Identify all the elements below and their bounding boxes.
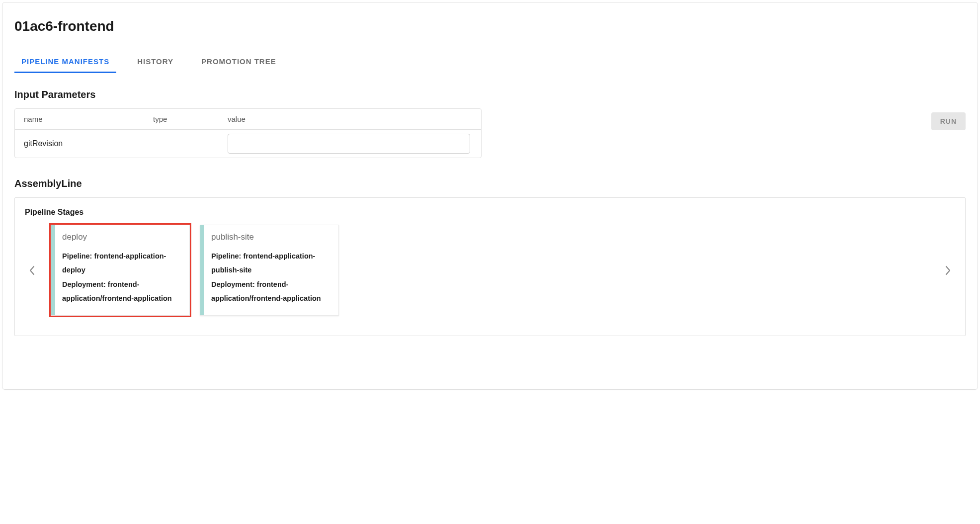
chevron-right-icon xyxy=(944,265,951,276)
stages-row: deploy Pipeline: frontend-application-de… xyxy=(25,225,955,316)
pipeline-stages-label: Pipeline Stages xyxy=(25,208,955,217)
stages-prev-button[interactable] xyxy=(25,261,40,280)
col-name: name xyxy=(15,109,144,129)
stage-deployment: Deployment: frontend-application/fronten… xyxy=(62,277,181,306)
table-row: gitRevision xyxy=(15,130,481,158)
input-parameters-row: name type value gitRevision RUN xyxy=(14,108,966,158)
stages-next-button[interactable] xyxy=(940,261,955,280)
table-header: name type value xyxy=(15,109,481,130)
param-name: gitRevision xyxy=(15,135,144,152)
col-value: value xyxy=(219,109,481,129)
chevron-left-icon xyxy=(29,265,36,276)
param-type xyxy=(144,140,219,148)
input-parameters-table: name type value gitRevision xyxy=(14,108,482,158)
assemblyline-card: Pipeline Stages deploy Pipeline: fronten… xyxy=(14,197,966,336)
tab-pipeline-manifests[interactable]: PIPELINE MANIFESTS xyxy=(14,52,116,73)
tab-promotion-tree[interactable]: PROMOTION TREE xyxy=(194,52,283,73)
stage-pipeline: Pipeline: frontend-application-deploy xyxy=(62,249,181,277)
input-parameters-heading: Input Parameters xyxy=(14,89,966,100)
stage-deployment: Deployment: frontend-application/fronten… xyxy=(211,277,330,306)
stage-title: deploy xyxy=(62,232,181,242)
tab-bar: PIPELINE MANIFESTS HISTORY PROMOTION TRE… xyxy=(14,52,966,73)
tab-history[interactable]: HISTORY xyxy=(130,52,180,73)
stage-card-deploy[interactable]: deploy Pipeline: frontend-application-de… xyxy=(51,225,190,316)
stages-list: deploy Pipeline: frontend-application-de… xyxy=(51,225,929,316)
stage-pipeline: Pipeline: frontend-application-publish-s… xyxy=(211,249,330,277)
stage-title: publish-site xyxy=(211,232,330,242)
page-title: 01ac6-frontend xyxy=(14,18,966,34)
param-value-cell xyxy=(219,130,481,158)
col-type: type xyxy=(144,109,219,129)
git-revision-input[interactable] xyxy=(228,134,470,154)
stage-card-publish-site[interactable]: publish-site Pipeline: frontend-applicat… xyxy=(200,225,339,316)
assemblyline-heading: AssemblyLine xyxy=(14,178,966,189)
run-button[interactable]: RUN xyxy=(931,112,966,130)
pipeline-page: 01ac6-frontend PIPELINE MANIFESTS HISTOR… xyxy=(2,2,978,390)
